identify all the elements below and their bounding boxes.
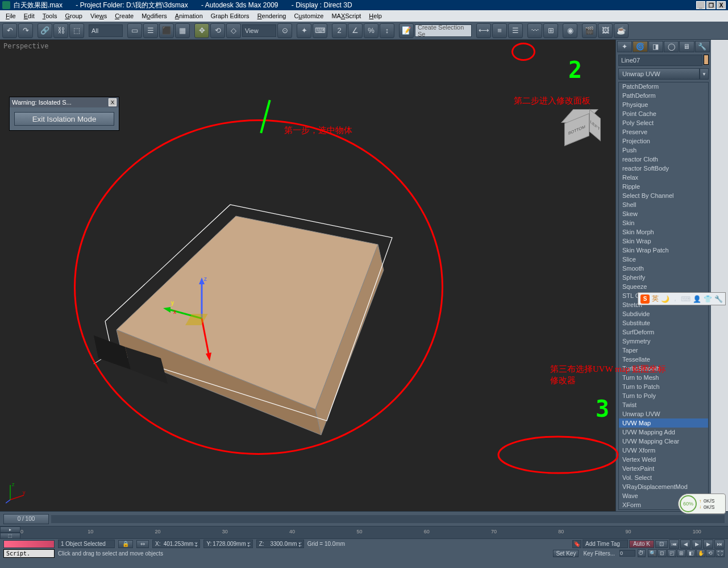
modifier-item[interactable]: Spherify: [619, 273, 708, 282]
coord-x[interactable]: X:401.253mm▴▾: [152, 540, 200, 548]
object-name-input[interactable]: [618, 55, 702, 66]
redo-button[interactable]: ↷: [18, 23, 33, 38]
modifier-item[interactable]: Skin Wrap Patch: [619, 246, 708, 255]
spinner-snap-button[interactable]: ↕: [380, 23, 394, 38]
modifier-item[interactable]: Push: [619, 146, 708, 155]
prev-frame-button[interactable]: ◀: [680, 540, 690, 549]
modifier-item[interactable]: reactor SoftBody: [619, 164, 708, 173]
modifier-item[interactable]: Shell: [619, 200, 708, 209]
edit-named-sel-button[interactable]: 📝: [399, 23, 414, 38]
modifier-item[interactable]: Unwrap UVW: [619, 409, 708, 418]
hierarchy-tab[interactable]: ◨: [648, 41, 663, 52]
unlink-button[interactable]: ⛓: [53, 23, 68, 38]
modify-tab[interactable]: 🌀: [633, 41, 647, 52]
layers-button[interactable]: ☰: [508, 23, 523, 38]
menu-edit[interactable]: Edit: [20, 11, 38, 20]
isolation-dialog-close[interactable]: X: [109, 98, 117, 106]
maximize-button[interactable]: ❐: [706, 1, 715, 9]
modifier-item[interactable]: Select By Channel: [619, 191, 708, 200]
menu-tools[interactable]: Tools: [39, 11, 61, 20]
modifier-item[interactable]: Substitute: [619, 318, 708, 327]
object-color-swatch[interactable]: [704, 55, 709, 65]
selection-filter-dropdown[interactable]: All: [89, 24, 123, 37]
modifier-item[interactable]: Poly Select: [619, 118, 708, 127]
modifier-item[interactable]: Subdivide: [619, 309, 708, 318]
network-badge[interactable]: 60% ↑↓ 0K/S 0K/S: [678, 494, 726, 514]
time-slider-track[interactable]: [51, 515, 725, 523]
menu-create[interactable]: Create: [111, 11, 137, 20]
modifier-item[interactable]: Preserve: [619, 127, 708, 136]
time-config-button[interactable]: ⏱: [638, 549, 646, 557]
modifier-item[interactable]: Turn to Patch: [619, 382, 708, 391]
undo-button[interactable]: ↶: [2, 23, 17, 38]
modifier-item[interactable]: SurfDeform: [619, 327, 708, 337]
named-selection-dropdown[interactable]: Create Selection Se: [415, 24, 472, 37]
angle-snap-button[interactable]: ∠: [348, 23, 363, 38]
rotate-button[interactable]: ⟲: [210, 23, 225, 38]
select-region-button[interactable]: ⬛: [159, 23, 174, 38]
modifier-item[interactable]: Symmetry: [619, 337, 708, 346]
goto-start-button[interactable]: ⏮: [669, 540, 679, 549]
close-button[interactable]: X: [717, 1, 726, 9]
curve-editor-button[interactable]: 〰: [527, 23, 542, 38]
ref-coord-dropdown[interactable]: View: [242, 24, 276, 37]
menu-rendering[interactable]: Rendering: [254, 11, 290, 20]
selected-object[interactable]: z y x: [94, 188, 412, 450]
schematic-button[interactable]: ⊞: [543, 23, 558, 38]
ime-tool-icon[interactable]: 🔧: [714, 295, 723, 303]
modifier-list-label[interactable]: Unwrap UVW: [618, 68, 700, 80]
max-toggle-button[interactable]: ⛶: [715, 549, 725, 557]
modifier-item[interactable]: Turn to Poly: [619, 391, 708, 400]
modifier-item[interactable]: TurboSmooth: [619, 364, 708, 373]
modifier-item[interactable]: Tessellate: [619, 355, 708, 364]
pan-button[interactable]: ✋: [696, 549, 705, 557]
menu-maxscript[interactable]: MAXScript: [328, 11, 364, 20]
snap-button[interactable]: 2: [332, 23, 347, 38]
set-key-button[interactable]: Set Key: [553, 550, 579, 557]
modifier-item[interactable]: Twist: [619, 400, 708, 409]
render-setup-button[interactable]: 🎬: [582, 23, 597, 38]
next-frame-button[interactable]: ▶: [703, 540, 713, 549]
add-time-tag[interactable]: Add Time Tag: [583, 540, 628, 548]
motion-tab[interactable]: ◯: [664, 41, 679, 52]
menu-group[interactable]: Group: [61, 11, 86, 20]
modifier-item[interactable]: reactor Cloth: [619, 155, 708, 164]
coord-z[interactable]: Z:3300.0mm▴▾: [256, 540, 304, 548]
goto-end-button[interactable]: ⏭: [714, 540, 725, 549]
trackbar-ruler[interactable]: 0102030405060708090100: [20, 526, 728, 538]
menu-views[interactable]: Views: [87, 11, 110, 20]
play-button[interactable]: ▶: [692, 540, 702, 549]
window-crossing-button[interactable]: ▦: [175, 23, 190, 38]
zoom-all-button[interactable]: ⊡: [658, 549, 667, 557]
modifier-item[interactable]: VertexPaint: [619, 464, 708, 473]
trackbar-mini[interactable]: ⬚: [0, 533, 20, 539]
modifier-item[interactable]: VRayDisplacementMod: [619, 482, 708, 491]
viewport-perspective[interactable]: Perspective Warning: Isolated S... X Exi…: [0, 40, 615, 511]
modifier-item[interactable]: Physique: [619, 100, 708, 109]
ime-lang[interactable]: 英: [652, 294, 659, 304]
ime-skin-icon[interactable]: 👕: [704, 295, 712, 303]
script-listener[interactable]: Script.: [3, 549, 55, 558]
zoom-extents-all-button[interactable]: ⊞: [677, 549, 686, 557]
percent-snap-button[interactable]: %: [364, 23, 378, 38]
modifier-item[interactable]: PathDeform: [619, 91, 708, 100]
mirror-button[interactable]: ⟷: [476, 23, 491, 38]
viewcube-left-face[interactable]: LEFT: [589, 109, 601, 142]
ime-person-icon[interactable]: 👤: [693, 295, 701, 303]
modifier-item[interactable]: Vol. Select: [619, 473, 708, 482]
select-button[interactable]: ▭: [127, 23, 142, 38]
modifier-item[interactable]: UVW Map: [619, 418, 708, 428]
menu-file[interactable]: File: [2, 11, 19, 20]
create-tab[interactable]: ✦: [617, 41, 632, 52]
link-button[interactable]: 🔗: [38, 23, 52, 38]
modifier-item[interactable]: Relax: [619, 173, 708, 182]
modifier-item[interactable]: Turn to Mesh: [619, 373, 708, 382]
zoom-button[interactable]: 🔍: [648, 549, 657, 557]
modifier-item[interactable]: Projection: [619, 136, 708, 146]
zoom-extents-button[interactable]: ◰: [667, 549, 676, 557]
menu-help[interactable]: Help: [365, 11, 385, 20]
menu-modifiers[interactable]: Modifiers: [138, 11, 170, 20]
transform-type-in[interactable]: ⇔: [136, 540, 149, 548]
scale-button[interactable]: ◇: [226, 23, 241, 38]
render-frame-button[interactable]: 🖼: [598, 23, 613, 38]
